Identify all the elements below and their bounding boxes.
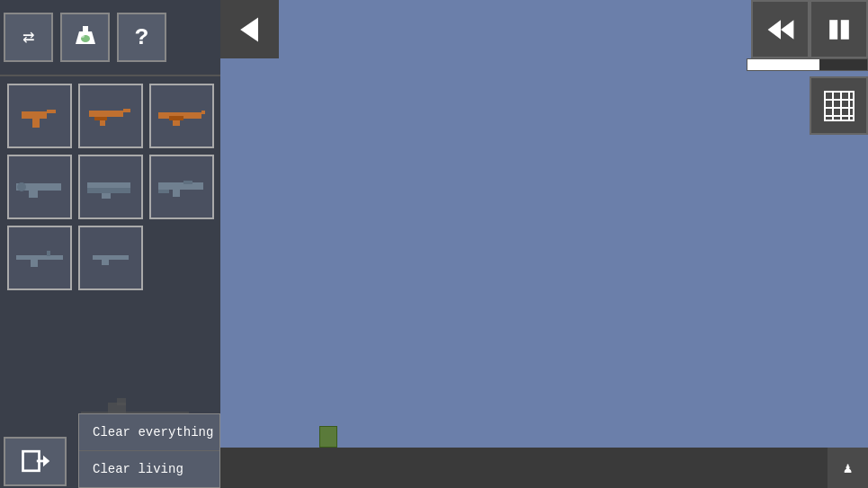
clear-living-button[interactable]: Clear living — [79, 451, 219, 487]
back-button[interactable] — [220, 0, 279, 58]
svg-marker-37 — [767, 20, 780, 40]
svg-rect-9 — [123, 109, 130, 112]
svg-rect-10 — [94, 117, 107, 120]
shotgun-icon — [85, 169, 136, 205]
svg-rect-39 — [829, 20, 837, 40]
svg-rect-21 — [158, 182, 203, 190]
player-character — [319, 426, 337, 448]
rifle-icon — [157, 98, 207, 134]
potion-icon — [72, 24, 99, 51]
pistol-icon — [14, 98, 65, 134]
weapon-item-shotgun[interactable] — [78, 155, 143, 219]
clear-everything-button[interactable]: Clear everything — [79, 414, 219, 451]
svg-point-17 — [17, 182, 26, 191]
weapon-grid — [0, 76, 220, 300]
potion-button[interactable] — [60, 13, 110, 62]
svg-rect-24 — [158, 190, 169, 193]
bottom-right-button[interactable]: ♟ — [828, 448, 868, 488]
svg-rect-28 — [93, 255, 129, 260]
svg-rect-20 — [102, 193, 111, 199]
svg-marker-38 — [781, 20, 793, 40]
weapon-item-pistol[interactable] — [7, 84, 72, 148]
smg-icon — [85, 98, 136, 134]
toolbar: ⇄ ? — [0, 0, 220, 76]
svg-rect-16 — [29, 191, 38, 198]
weapon-item-sniper[interactable] — [7, 226, 72, 290]
progress-bar — [747, 58, 868, 71]
svg-rect-26 — [31, 260, 38, 267]
svg-rect-7 — [89, 111, 123, 117]
game-area — [220, 0, 868, 488]
pause-button[interactable] — [810, 0, 868, 58]
mg-icon — [14, 169, 65, 205]
weapon-item-mg[interactable] — [7, 155, 72, 219]
back-icon — [234, 13, 266, 46]
progress-fill — [747, 59, 819, 70]
svg-marker-36 — [240, 17, 258, 41]
rewind-button[interactable] — [751, 0, 810, 58]
svg-rect-13 — [201, 111, 205, 114]
bottom-toolbar: Clear everything Clear living — [0, 434, 220, 488]
svg-rect-22 — [173, 190, 180, 197]
help-button[interactable]: ? — [117, 13, 166, 62]
svg-rect-5 — [32, 119, 40, 128]
ar-icon — [157, 169, 207, 205]
svg-rect-14 — [169, 116, 183, 120]
svg-point-3 — [81, 34, 85, 38]
svg-rect-40 — [840, 20, 848, 40]
weapon-item-rifle[interactable] — [149, 84, 214, 148]
light-gun-icon — [85, 240, 136, 276]
sniper-icon — [14, 240, 65, 276]
context-menu: Clear everything Clear living — [78, 413, 220, 488]
ground — [220, 448, 868, 488]
exit-button[interactable] — [4, 437, 67, 486]
svg-rect-29 — [102, 260, 109, 265]
sidebar: ⇄ ? — [0, 0, 220, 488]
rewind-icon — [765, 13, 797, 46]
weapon-item-smg[interactable] — [78, 84, 143, 148]
svg-rect-4 — [22, 111, 47, 119]
svg-rect-18 — [87, 182, 130, 188]
top-right-controls — [751, 0, 868, 58]
weapon-item-light[interactable] — [78, 226, 143, 290]
person-icon: ♟ — [844, 459, 853, 477]
svg-rect-25 — [16, 255, 63, 260]
swap-button[interactable]: ⇄ — [4, 13, 53, 62]
swap-icon: ⇄ — [22, 25, 34, 49]
question-icon: ? — [135, 24, 149, 51]
svg-rect-23 — [183, 181, 192, 184]
exit-icon — [19, 445, 51, 477]
grid-icon — [821, 88, 857, 124]
grid-toggle-button[interactable] — [810, 76, 868, 135]
pause-icon — [823, 13, 855, 46]
svg-rect-27 — [47, 251, 50, 256]
weapon-item-ar[interactable] — [149, 155, 214, 219]
svg-rect-19 — [87, 188, 130, 193]
svg-marker-35 — [43, 456, 49, 467]
svg-rect-6 — [47, 110, 56, 113]
svg-rect-32 — [117, 398, 126, 405]
svg-rect-0 — [83, 26, 88, 31]
